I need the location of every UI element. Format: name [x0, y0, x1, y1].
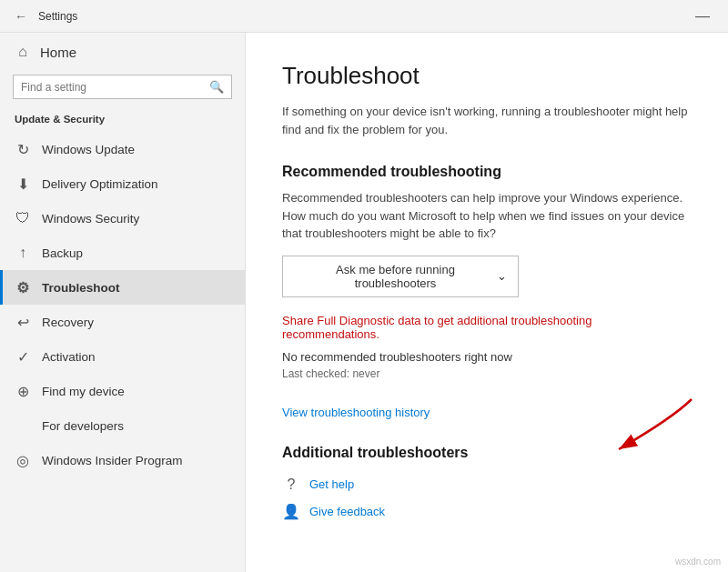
sidebar-item-windows-update[interactable]: ↻ Windows Update: [0, 132, 245, 166]
annotation-arrow: [528, 390, 710, 481]
sidebar-item-delivery-optimization[interactable]: ⬇ Delivery Optimization: [0, 166, 245, 201]
sidebar-item-label-backup: Backup: [42, 246, 83, 260]
sidebar-item-home[interactable]: ⌂ Home: [0, 33, 245, 71]
sidebar-item-recovery[interactable]: ↩ Recovery: [0, 305, 245, 339]
additional-troubleshooters-section: Additional troubleshooters: [282, 445, 692, 461]
sidebar-item-label-recovery: Recovery: [42, 316, 94, 329]
sidebar-item-label-for-developers: For developers: [42, 419, 124, 433]
sidebar-item-find-my-device[interactable]: ⊕ Find my device: [0, 374, 245, 408]
sidebar-items: ↻ Windows Update ⬇ Delivery Optimization…: [0, 132, 245, 477]
give-feedback-link[interactable]: Give feedback: [309, 505, 385, 518]
watermark: wsxdn.com: [675, 557, 721, 567]
main-content: Troubleshoot If something on your device…: [246, 33, 728, 572]
title-bar-left: ← Settings: [11, 7, 77, 25]
search-input[interactable]: [21, 81, 204, 94]
recovery-icon: ↩: [15, 314, 31, 330]
diagnostic-link[interactable]: Share Full Diagnostic data to get additi…: [282, 314, 692, 341]
actions-container: ? Get help 👤 Give feedback: [282, 476, 692, 521]
sidebar: ⌂ Home 🔍 Update & Security ↻ Windows Upd…: [0, 33, 246, 572]
recommended-section-description: Recommended troubleshooters can help imp…: [282, 189, 692, 243]
activation-icon: ✓: [15, 348, 31, 365]
app-body: ⌂ Home 🔍 Update & Security ↻ Windows Upd…: [0, 33, 728, 572]
sidebar-item-label-find-my-device: Find my device: [42, 385, 125, 398]
sidebar-item-label-delivery-optimization: Delivery Optimization: [42, 177, 158, 191]
sidebar-item-label-activation: Activation: [42, 350, 96, 364]
sidebar-item-troubleshoot[interactable]: ⚙ Troubleshoot: [0, 270, 245, 305]
dropdown-label: Ask me before running troubleshooters: [294, 263, 497, 290]
title-bar: ← Settings —: [0, 0, 728, 33]
sidebar-item-label-windows-security: Windows Security: [42, 212, 139, 226]
action-give-feedback[interactable]: 👤 Give feedback: [282, 503, 692, 521]
chevron-down-icon: ⌄: [497, 269, 507, 283]
find-my-device-icon: ⊕: [15, 383, 31, 399]
sidebar-item-backup[interactable]: ↑ Backup: [0, 236, 245, 270]
troubleshooting-history-link[interactable]: View troubleshooting history: [282, 406, 692, 419]
delivery-optimization-icon: ⬇: [15, 176, 31, 192]
windows-security-icon: 🛡: [15, 210, 31, 226]
sidebar-item-windows-insider[interactable]: ◎ Windows Insider Program: [0, 443, 245, 477]
give-feedback-icon: 👤: [282, 503, 300, 521]
sidebar-section-label: Update & Security: [0, 108, 245, 132]
sidebar-item-windows-security[interactable]: 🛡 Windows Security: [0, 201, 245, 236]
sidebar-home-label: Home: [40, 45, 76, 60]
get-help-link[interactable]: Get help: [309, 477, 354, 491]
additional-troubleshooters-title: Additional troubleshooters: [282, 445, 692, 461]
back-button[interactable]: ←: [11, 7, 31, 25]
home-icon: ⌂: [15, 44, 31, 60]
recommended-section-title: Recommended troubleshooting: [282, 164, 692, 180]
sidebar-item-label-windows-update: Windows Update: [42, 143, 135, 156]
windows-update-icon: ↻: [15, 141, 31, 157]
troubleshoot-icon: ⚙: [15, 279, 31, 296]
page-title: Troubleshoot: [282, 62, 692, 90]
windows-insider-icon: ◎: [15, 452, 31, 468]
last-checked-text: Last checked: never: [282, 367, 692, 380]
action-get-help[interactable]: ? Get help: [282, 476, 692, 494]
sidebar-item-label-troubleshoot: Troubleshoot: [42, 281, 120, 295]
search-icon: 🔍: [209, 80, 224, 94]
title-bar-title: Settings: [38, 10, 77, 23]
backup-icon: ↑: [15, 245, 31, 261]
sidebar-item-activation[interactable]: ✓ Activation: [0, 339, 245, 374]
sidebar-item-label-windows-insider: Windows Insider Program: [42, 454, 183, 467]
get-help-icon: ?: [282, 476, 300, 494]
troubleshooter-dropdown[interactable]: Ask me before running troubleshooters ⌄: [282, 256, 519, 297]
sidebar-item-for-developers[interactable]: For developers: [0, 408, 245, 443]
for-developers-icon: [15, 417, 31, 434]
search-box: 🔍: [13, 75, 232, 99]
page-description: If something on your device isn't workin…: [282, 103, 692, 138]
minimize-button[interactable]: —: [688, 8, 717, 25]
no-troubleshooters-text: No recommended troubleshooters right now: [282, 350, 692, 364]
